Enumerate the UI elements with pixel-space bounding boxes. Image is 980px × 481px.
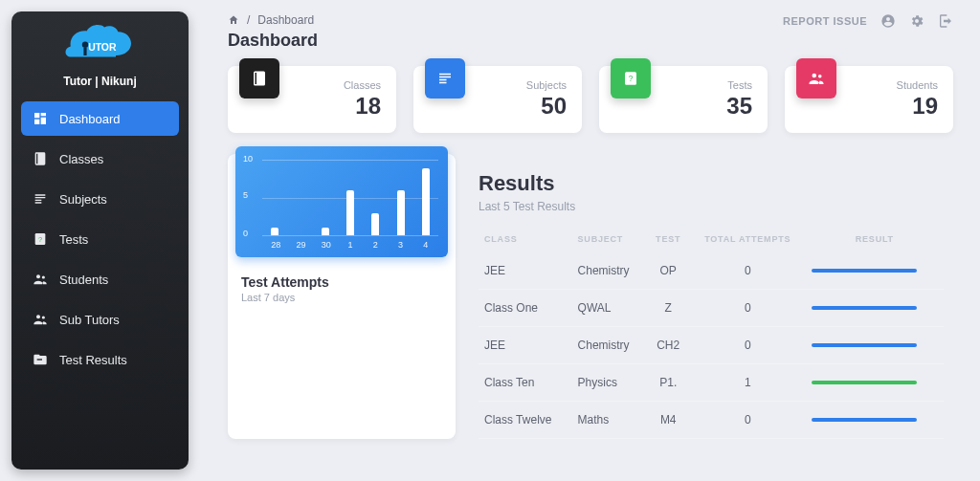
book-tile-icon — [239, 58, 279, 98]
col-result: RESULT — [806, 227, 944, 252]
svg-point-7 — [36, 315, 40, 318]
group-tile-icon — [796, 58, 836, 98]
sidebar-item-test-results[interactable]: Test Results — [21, 342, 179, 377]
cell-result — [806, 402, 944, 439]
table-row[interactable]: JEEChemistryCH20 — [479, 327, 944, 364]
progress-bar — [812, 269, 917, 273]
logout-icon[interactable] — [938, 13, 953, 29]
xtick: 28 — [271, 240, 278, 250]
svg-point-8 — [42, 316, 45, 318]
bar — [271, 228, 278, 235]
cell-class: Class Ten — [479, 364, 572, 402]
account-icon[interactable] — [880, 13, 896, 29]
sidebar-item-label: Tests — [59, 232, 88, 247]
ytick: 5 — [243, 190, 248, 200]
xtick: 1 — [346, 240, 354, 250]
table-header-row: CLASS SUBJECT TEST TOTAL ATTEMPTS RESULT — [479, 227, 944, 252]
col-class: CLASS — [479, 227, 572, 252]
cell-class: Class Twelve — [479, 402, 572, 439]
progress-bar — [812, 381, 917, 384]
chart-card: 10 5 0 2829301234 Test Attempts Last 7 d… — [228, 154, 456, 439]
cell-subject: Physics — [572, 364, 647, 402]
cell-subject: Chemistry — [572, 327, 647, 364]
sidebar-item-sub-tutors[interactable]: Sub Tutors — [21, 302, 179, 337]
cell-result — [806, 290, 944, 327]
bar — [322, 228, 329, 235]
stat-card-subjects[interactable]: Subjects50 — [413, 66, 582, 133]
logo-icon: UTOR — [60, 25, 141, 71]
group-icon — [33, 312, 48, 327]
xtick: 4 — [422, 240, 430, 250]
progress-bar — [812, 343, 917, 347]
breadcrumb: / Dashboard — [228, 13, 318, 27]
cell-attempts: 0 — [690, 290, 806, 327]
svg-point-5 — [36, 274, 40, 278]
sidebar-item-label: Dashboard — [59, 112, 121, 126]
table-body: JEEChemistryOP0Class OneQWALZ0JEEChemist… — [479, 252, 944, 439]
table-row[interactable]: Class TwelveMathsM40 — [479, 402, 944, 439]
ytick: 10 — [243, 154, 253, 164]
cell-subject: QWAL — [572, 290, 647, 327]
bar — [422, 168, 430, 235]
table-row[interactable]: JEEChemistryOP0 — [479, 252, 944, 290]
cell-subject: Maths — [572, 402, 647, 439]
logo-block: UTOR Tutor | Nikunj — [11, 25, 189, 88]
cell-subject: Chemistry — [572, 252, 647, 290]
sidebar-item-label: Subjects — [59, 192, 107, 207]
main-content: / Dashboard Dashboard REPORT ISSUE Class… — [201, 0, 980, 481]
table-row[interactable]: Class TenPhysicsP1.1 — [479, 364, 944, 402]
home-icon[interactable] — [228, 14, 239, 26]
bar — [397, 190, 405, 235]
breadcrumb-sep: / — [247, 13, 250, 27]
cell-result — [806, 252, 944, 290]
report-issue-link[interactable]: REPORT ISSUE — [783, 15, 867, 27]
cell-test: CH2 — [647, 327, 690, 364]
chart-title: Test Attempts — [241, 274, 442, 290]
sidebar-item-tests[interactable]: ?Tests — [21, 222, 179, 256]
results-table: CLASS SUBJECT TEST TOTAL ATTEMPTS RESULT… — [479, 227, 944, 439]
breadcrumb-current: Dashboard — [257, 13, 314, 27]
sidebar-item-students[interactable]: Students — [21, 262, 179, 296]
page-title: Dashboard — [228, 31, 318, 51]
gear-icon[interactable] — [909, 13, 924, 29]
svg-text:UTOR: UTOR — [88, 42, 117, 53]
xlabels: 2829301234 — [243, 240, 438, 250]
cell-attempts: 1 — [690, 364, 806, 402]
cell-test: M4 — [647, 402, 690, 439]
sidebar: UTOR Tutor | Nikunj DashboardClassesSubj… — [11, 11, 189, 470]
svg-rect-9 — [37, 359, 42, 360]
stat-card-students[interactable]: Students19 — [785, 66, 953, 133]
sidebar-item-label: Sub Tutors — [59, 313, 120, 327]
stat-card-classes[interactable]: Classes18 — [228, 66, 396, 133]
svg-point-6 — [42, 275, 45, 278]
xtick: 29 — [296, 240, 303, 250]
svg-point-13 — [818, 75, 822, 78]
ytick: 0 — [243, 229, 248, 238]
folder-icon — [33, 352, 48, 367]
cell-attempts: 0 — [690, 327, 806, 364]
cell-class: Class One — [479, 290, 572, 327]
subject-icon — [33, 191, 48, 207]
table-row[interactable]: Class OneQWALZ0 — [479, 290, 944, 327]
sidebar-item-label: Test Results — [59, 353, 127, 367]
sidebar-item-classes[interactable]: Classes — [21, 142, 179, 176]
cell-attempts: 0 — [690, 252, 806, 290]
sidebar-item-dashboard[interactable]: Dashboard — [21, 101, 179, 136]
book-icon — [33, 151, 48, 166]
bar — [371, 213, 379, 235]
chart: 10 5 0 2829301234 — [235, 146, 448, 257]
sidebar-item-subjects[interactable]: Subjects — [21, 182, 179, 216]
svg-text:?: ? — [629, 75, 634, 83]
xtick: 30 — [322, 240, 329, 250]
subject-tile-icon — [425, 58, 465, 98]
stat-card-tests[interactable]: ?Tests35 — [599, 66, 768, 133]
cell-test: OP — [647, 252, 690, 290]
svg-point-12 — [813, 74, 817, 78]
sidebar-item-label: Classes — [59, 152, 103, 166]
col-subject: SUBJECT — [572, 227, 647, 252]
svg-point-1 — [81, 42, 87, 48]
bars — [262, 160, 438, 236]
xtick: 3 — [397, 240, 405, 250]
header-left: / Dashboard Dashboard — [228, 13, 318, 51]
results-title: Results — [479, 171, 944, 196]
